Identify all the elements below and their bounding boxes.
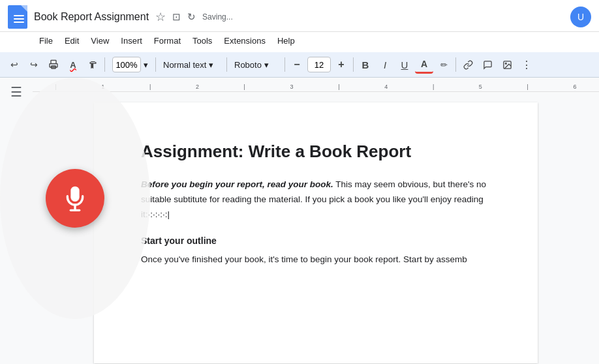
ruler-mark: 4	[384, 83, 388, 90]
doc-icon	[8, 5, 27, 29]
divider-5	[353, 57, 354, 72]
doc-icon-line	[14, 15, 24, 16]
font-size-input[interactable]	[307, 57, 331, 72]
ruler-mark: |	[433, 83, 434, 90]
doc-icon-line	[14, 18, 24, 20]
menu-tools[interactable]: Tools	[187, 33, 217, 48]
more-options-button[interactable]: ⋮	[517, 55, 536, 74]
ruler-numbers: | 1 | 2 | 3 | 4 | 5 | 6	[33, 83, 599, 91]
main-area: ☰ | 1 | 2 | 3 | 4 | 5 | 6	[0, 78, 599, 364]
style-arrow: ▾	[209, 60, 213, 70]
doc-bold-italic-text: Before you begin your report, read your …	[141, 179, 333, 189]
comment-button[interactable]	[478, 55, 497, 74]
divider-2	[155, 57, 156, 72]
svg-point-4	[505, 63, 506, 64]
drive-icon[interactable]: ⊡	[172, 11, 181, 23]
zoom-input[interactable]	[112, 57, 141, 72]
divider-6	[455, 57, 456, 72]
font-dropdown[interactable]: Roboto ▾	[230, 58, 282, 72]
font-label: Roboto	[234, 60, 262, 70]
svg-rect-1	[50, 64, 57, 67]
outline-icon[interactable]: ☰	[10, 84, 22, 100]
link-button[interactable]	[459, 55, 477, 74]
font-size-dec-button[interactable]: −	[288, 55, 306, 74]
style-label: Normal text	[163, 60, 206, 70]
redo-button[interactable]: ↪	[25, 55, 43, 74]
ruler-mark: |	[527, 83, 529, 90]
menu-edit[interactable]: Edit	[59, 33, 84, 48]
spellcheck-button[interactable]: A	[64, 55, 82, 74]
doc-main-title: Assignment: Write a Book Report	[141, 142, 491, 162]
ruler-inner: | 1 | 2 | 3 | 4 | 5 | 6	[33, 78, 599, 91]
font-size-inc-button[interactable]: +	[332, 55, 350, 74]
ruler: | 1 | 2 | 3 | 4 | 5 | 6	[33, 78, 599, 92]
ruler-mark: 3	[290, 83, 294, 90]
svg-rect-0	[51, 60, 56, 63]
doc-subheading-1: Start your outline	[141, 235, 491, 246]
voice-overlay	[0, 78, 150, 319]
menu-help[interactable]: Help	[272, 33, 300, 48]
doc-paragraph-2[interactable]: Once you've finished your book, it's tim…	[141, 252, 491, 267]
star-icon[interactable]: ☆	[155, 10, 166, 24]
saving-status: Saving...	[202, 12, 233, 22]
divider-3	[226, 57, 227, 72]
underline-button[interactable]: U	[395, 55, 414, 74]
voice-mic-button[interactable]	[46, 169, 104, 228]
menu-file[interactable]: File	[34, 33, 58, 48]
menu-view[interactable]: View	[85, 33, 114, 48]
zoom-arrow: ▾	[144, 60, 148, 70]
font-arrow: ▾	[264, 60, 269, 70]
menu-insert[interactable]: Insert	[115, 33, 147, 48]
highlight-button[interactable]: ✏	[435, 55, 453, 74]
ruler-mark: 5	[479, 83, 482, 90]
sync-icon[interactable]: ↻	[187, 11, 196, 23]
ruler-mark: |	[338, 83, 339, 90]
toolbar: ↩ ↪ A ▾ Normal text ▾ Roboto ▾ − + B I U…	[0, 52, 599, 78]
mic-icon	[62, 185, 88, 211]
ruler-mark: 2	[196, 83, 199, 90]
doc-page: Assignment: Write a Book Report Before y…	[94, 102, 538, 363]
style-dropdown[interactable]: Normal text ▾	[159, 58, 224, 72]
doc-icon-line	[14, 22, 24, 23]
avatar[interactable]: U	[570, 7, 591, 27]
ruler-mark: |	[149, 83, 151, 90]
print-button[interactable]	[44, 55, 63, 74]
divider-4	[284, 57, 285, 72]
menu-format[interactable]: Format	[149, 33, 186, 48]
doc-icon-lines	[11, 11, 24, 23]
image-button[interactable]	[498, 55, 516, 74]
text-color-button[interactable]: A	[415, 55, 433, 74]
menu-bar: File Edit View Insert Format Tools Exten…	[0, 32, 599, 52]
ruler-mark: |	[244, 83, 245, 90]
undo-button[interactable]: ↩	[5, 55, 23, 74]
italic-button[interactable]: I	[376, 55, 394, 74]
ruler-mark: 6	[574, 83, 577, 90]
title-bar: Book Report Assignment ☆ ⊡ ↻ Saving... U	[0, 0, 599, 32]
doc-title: Book Report Assignment	[34, 11, 149, 23]
divider-1	[104, 57, 105, 72]
doc-paragraph-1[interactable]: Before you begin your report, read your …	[141, 177, 491, 222]
paint-format-button[interactable]	[84, 55, 102, 74]
menu-extensions[interactable]: Extensions	[219, 33, 271, 48]
zoom-dropdown[interactable]: ▾	[108, 55, 153, 74]
bold-button[interactable]: B	[356, 55, 375, 74]
